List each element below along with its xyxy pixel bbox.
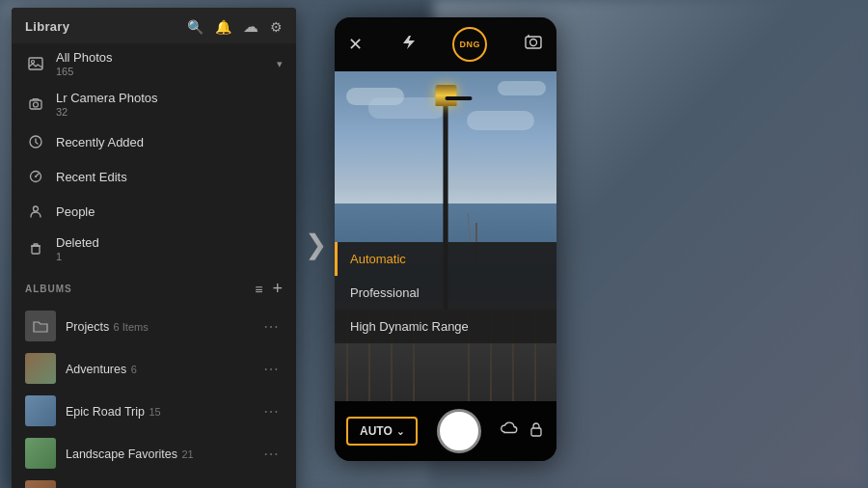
gear-icon[interactable]: ⚙ <box>270 19 283 35</box>
right-arrow-icon: ❯ <box>305 229 327 260</box>
camera-close-button[interactable]: ✕ <box>348 34 363 55</box>
cloud-3 <box>498 81 546 95</box>
projects-more[interactable]: ⋯ <box>259 317 283 336</box>
recent-edits-content: Recent Edits <box>56 170 283 184</box>
album-item-landscape[interactable]: Landscape Favorites 21 ⋯ <box>12 432 296 474</box>
recently-added-content: Recently Added <box>56 135 283 149</box>
nav-item-lr-camera[interactable]: Lr Camera Photos 32 <box>12 84 296 124</box>
nav-item-recently-added[interactable]: Recently Added <box>12 124 296 159</box>
mode-dropdown: Automatic Professional High Dynamic Rang… <box>335 242 556 343</box>
albums-actions: ≡ + <box>255 279 283 299</box>
landscape-name: Landscape Favorites <box>66 447 177 461</box>
album-item-photoshop-camera[interactable]: Photoshop Camera ⋯ <box>12 474 296 488</box>
epic-count: 15 <box>149 406 160 418</box>
header-icons: 🔍 🔔 ☁ ⚙ <box>187 17 283 36</box>
epic-content: Epic Road Trip 15 <box>66 402 259 420</box>
deleted-label: Deleted <box>56 235 283 250</box>
album-item-adventures[interactable]: Adventures 6 ⋯ <box>12 347 296 390</box>
nav-item-all-photos[interactable]: All Photos 165 ▾ <box>12 43 296 84</box>
people-label: People <box>56 204 283 219</box>
adventures-more[interactable]: ⋯ <box>259 360 283 378</box>
format-label: DNG <box>460 40 481 49</box>
camera-bottombar: AUTO ⌄ <box>335 401 556 461</box>
auto-label: AUTO <box>360 424 393 438</box>
projects-content: Projects 6 Items <box>66 317 259 335</box>
camera-bottom-icons <box>501 420 545 442</box>
auto-chevron-icon: ⌄ <box>396 426 404 437</box>
epic-thumb <box>25 395 56 426</box>
projects-thumb <box>25 311 56 341</box>
landscape-thumb <box>25 438 56 469</box>
adventures-count: 6 <box>131 364 137 375</box>
mode-option-professional[interactable]: Professional <box>335 276 556 310</box>
camera-panel: ✕ DNG <box>335 17 556 461</box>
lr-camera-content: Lr Camera Photos 32 <box>56 91 283 118</box>
camera-switch-icon[interactable] <box>524 33 543 57</box>
svg-point-6 <box>35 176 37 177</box>
camera-viewfinder: Automatic Professional High Dynamic Rang… <box>335 71 556 401</box>
shutter-button[interactable] <box>437 409 481 453</box>
nav-item-recent-edits[interactable]: Recent Edits <box>12 159 296 194</box>
deleted-count: 1 <box>56 251 283 262</box>
recently-added-icon <box>25 131 46 152</box>
lr-camera-icon <box>25 94 46 115</box>
people-icon <box>25 201 46 222</box>
bell-icon[interactable]: 🔔 <box>215 19 231 35</box>
library-header: Library 🔍 🔔 ☁ ⚙ <box>12 8 296 43</box>
scene-background: Automatic Professional High Dynamic Rang… <box>335 71 556 401</box>
projects-count: 6 Items <box>114 321 149 333</box>
deleted-content: Deleted 1 <box>56 235 283 262</box>
albums-section-header: ALBUMS ≡ + <box>12 269 296 305</box>
svg-point-1 <box>32 61 35 64</box>
nav-item-people[interactable]: People <box>12 194 296 229</box>
recently-added-label: Recently Added <box>56 135 283 149</box>
all-photos-label: All Photos <box>56 50 277 65</box>
epic-more[interactable]: ⋯ <box>259 402 283 420</box>
lamp-head <box>435 85 456 106</box>
album-item-epic-road-trip[interactable]: Epic Road Trip 15 ⋯ <box>12 390 296 432</box>
cloud-2 <box>368 97 446 119</box>
lr-camera-count: 32 <box>56 106 283 118</box>
adventures-content: Adventures 6 <box>66 360 259 377</box>
cloud-sync-icon[interactable] <box>501 420 518 442</box>
nav-item-deleted[interactable]: Deleted 1 <box>12 229 296 269</box>
library-title: Library <box>25 19 69 34</box>
svg-rect-0 <box>29 58 42 69</box>
sort-icon[interactable]: ≡ <box>255 282 262 297</box>
all-photos-content: All Photos 165 <box>56 50 277 77</box>
adventures-thumb <box>25 353 56 384</box>
format-badge[interactable]: DNG <box>452 27 487 62</box>
mode-option-automatic[interactable]: Automatic <box>335 242 556 276</box>
cloud-icon[interactable]: ☁ <box>243 17 258 36</box>
auto-mode-button[interactable]: AUTO ⌄ <box>346 417 418 446</box>
add-album-icon[interactable]: + <box>272 279 283 299</box>
lock-icon[interactable] <box>528 420 545 442</box>
adventures-name: Adventures <box>66 363 126 376</box>
landscape-count: 21 <box>182 448 194 460</box>
deleted-icon <box>25 238 46 259</box>
landscape-more[interactable]: ⋯ <box>259 445 283 463</box>
recent-edits-icon <box>25 166 46 187</box>
arrow-divider: ❯ <box>296 0 335 488</box>
lamp-arm <box>446 96 473 100</box>
epic-name: Epic Road Trip <box>66 405 145 419</box>
album-item-projects[interactable]: Projects 6 Items ⋯ <box>12 305 296 347</box>
recent-edits-label: Recent Edits <box>56 170 283 184</box>
landscape-content: Landscape Favorites 21 <box>66 445 259 462</box>
library-panel: Library 🔍 🔔 ☁ ⚙ All Photos 165 ▾ <box>12 8 296 488</box>
all-photos-chevron: ▾ <box>277 58 283 70</box>
flash-icon[interactable] <box>399 34 417 56</box>
search-icon[interactable]: 🔍 <box>187 19 203 35</box>
svg-rect-21 <box>526 37 541 48</box>
projects-name: Projects <box>66 320 109 334</box>
svg-rect-8 <box>32 246 40 254</box>
svg-point-22 <box>529 39 536 45</box>
mode-option-hdr[interactable]: High Dynamic Range <box>335 310 556 343</box>
svg-point-7 <box>34 206 39 211</box>
photoshop-thumb <box>25 480 56 488</box>
camera-topbar: ✕ DNG <box>335 17 556 71</box>
cloud-4 <box>467 111 534 130</box>
albums-section-title: ALBUMS <box>25 284 72 294</box>
people-content: People <box>56 204 283 219</box>
all-photos-count: 165 <box>56 66 277 77</box>
